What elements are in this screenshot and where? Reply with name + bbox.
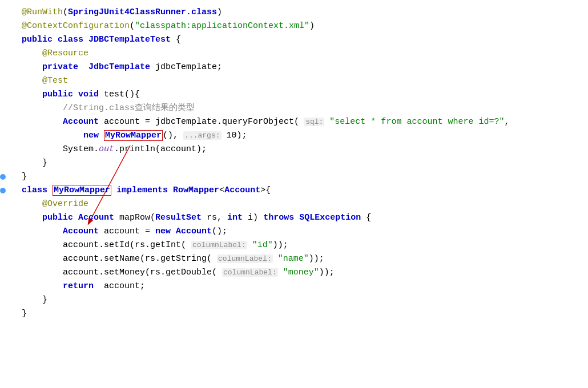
code-token: public <box>22 35 58 45</box>
code-token: ) <box>309 21 315 31</box>
code-editor: @RunWith(SpringJUnit4ClassRunner.class)@… <box>0 0 588 388</box>
gutter-14 <box>0 184 9 197</box>
code-line-6: @Test <box>0 74 588 88</box>
code-token: "id" <box>252 240 273 250</box>
code-line-12: } <box>0 156 588 170</box>
line-content-16: public Account mapRow(ResultSet rs, int … <box>11 211 588 225</box>
code-line-15: @Override <box>0 197 588 211</box>
line-content-1: @RunWith(SpringJUnit4ClassRunner.class) <box>11 6 588 19</box>
code-token: ...args: <box>183 131 221 140</box>
line-content-4: @Resource <box>11 47 588 60</box>
code-token: @Resource <box>42 48 88 58</box>
line-content-21: return account; <box>11 280 588 293</box>
gutter-11 <box>0 143 9 156</box>
code-token: >{ <box>260 185 271 195</box>
code-token: } <box>22 309 27 318</box>
code-token: "money" <box>283 268 319 277</box>
line-content-7: public void test(){ <box>11 88 588 102</box>
code-token: , <box>504 117 509 127</box>
code-token: System. <box>63 144 99 154</box>
gutter-16 <box>0 211 9 225</box>
code-line-9: Account account = jdbcTemplate.queryForO… <box>0 115 588 129</box>
code-token: rs, <box>202 213 227 223</box>
code-token: @ContextConfiguration <box>22 21 130 31</box>
gutter-7 <box>0 88 9 102</box>
code-token: { <box>171 35 181 45</box>
code-line-5: private JdbcTemplate jdbcTemplate; <box>0 60 588 74</box>
code-line-10: new MyRowMapper(), ...args: 10); <box>0 129 588 143</box>
code-line-1: @RunWith(SpringJUnit4ClassRunner.class) <box>0 6 588 19</box>
code-token: (), <box>163 131 183 140</box>
gutter-dot <box>0 188 6 193</box>
line-content-17: Account account = new Account(); <box>11 225 588 239</box>
code-token: mapRow( <box>114 213 155 223</box>
code-token: new <box>155 227 176 236</box>
code-token: sql: <box>304 118 324 126</box>
code-token: @Test <box>42 76 68 86</box>
code-line-11: System.out.println(account); <box>0 143 588 156</box>
line-content-6: @Test <box>11 74 588 88</box>
line-content-5: private JdbcTemplate jdbcTemplate; <box>11 60 588 74</box>
code-token <box>111 185 116 195</box>
code-token: @RunWith <box>22 7 63 17</box>
code-token: implements <box>116 185 173 195</box>
code-lines: @RunWith(SpringJUnit4ClassRunner.class)@… <box>0 6 588 321</box>
code-token: SpringJUnit4ClassRunner <box>68 7 186 17</box>
code-token: @Override <box>42 199 88 209</box>
gutter-21 <box>0 280 9 293</box>
code-token: Account <box>176 227 212 236</box>
code-token: queryForObject <box>222 117 294 127</box>
code-token: ( <box>294 117 304 127</box>
code-line-4: @Resource <box>0 47 588 60</box>
gutter-10 <box>0 129 9 143</box>
code-token: columnLabel: <box>217 254 273 263</box>
line-content-15: @Override <box>11 197 588 211</box>
code-token: . <box>114 144 119 154</box>
code-token: account; <box>104 281 145 291</box>
boxed-token: MyRowMapper <box>53 185 111 196</box>
line-content-3: public class JDBCTemplateTest { <box>11 33 588 47</box>
code-token: RowMapper <box>173 185 219 195</box>
code-token: Account <box>78 213 114 223</box>
line-content-22: } <box>11 293 588 307</box>
gutter-8 <box>0 102 9 115</box>
code-token <box>273 254 278 264</box>
gutter-23 <box>0 307 9 321</box>
gutter-2 <box>0 19 9 33</box>
code-token: account.setId(rs.getInt( <box>63 240 191 250</box>
code-token <box>324 117 329 127</box>
code-line-14: class MyRowMapper implements RowMapper<A… <box>0 184 588 197</box>
code-token: . <box>186 7 191 17</box>
code-line-16: public Account mapRow(ResultSet rs, int … <box>0 211 588 225</box>
boxed-token: MyRowMapper <box>104 130 163 141</box>
code-line-7: public void test(){ <box>0 88 588 102</box>
code-token: "select * from account where id=?" <box>329 117 504 127</box>
code-token: )); <box>319 268 335 277</box>
code-token: )); <box>309 254 324 264</box>
code-token: ResultSet <box>155 213 202 223</box>
line-content-12: } <box>11 156 588 170</box>
line-content-8: //String.class查询结果的类型 <box>11 102 588 115</box>
code-line-17: Account account = new Account(); <box>0 225 588 239</box>
code-token: public <box>42 213 78 223</box>
code-token: columnLabel: <box>191 241 247 249</box>
line-content-18: account.setId(rs.getInt( columnLabel: "i… <box>11 239 588 252</box>
line-content-23: } <box>11 307 588 321</box>
line-content-20: account.setMoney(rs.getDouble( columnLab… <box>11 266 588 280</box>
code-token: < <box>219 185 224 195</box>
gutter-19 <box>0 252 9 266</box>
code-token: Account <box>63 117 99 127</box>
line-content-13: } <box>11 170 588 184</box>
code-token: public <box>42 90 78 99</box>
code-token: void <box>78 90 104 99</box>
code-token: } <box>42 158 47 168</box>
code-token: JDBCTemplateTest <box>88 35 171 45</box>
gutter-12 <box>0 156 9 170</box>
line-content-19: account.setName(rs.getString( columnLabe… <box>11 252 588 266</box>
code-token: ) <box>217 7 222 17</box>
code-token: account = <box>99 227 155 236</box>
line-content-2: @ContextConfiguration("classpath:applica… <box>11 19 588 33</box>
code-token: class <box>22 185 53 195</box>
code-token <box>278 268 283 277</box>
code-token: println <box>119 144 155 154</box>
